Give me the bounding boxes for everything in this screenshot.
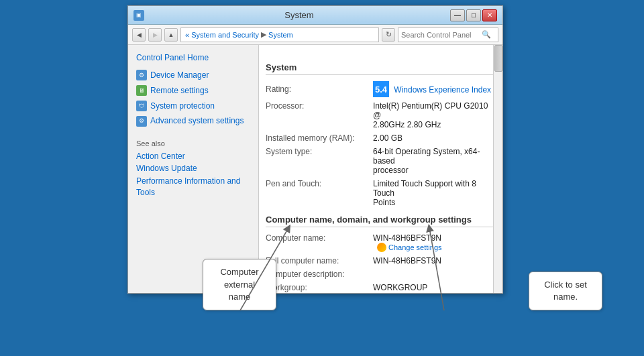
search-input[interactable] <box>401 31 482 39</box>
advanced-system-icon: ⚙ <box>136 116 147 127</box>
action-center-link[interactable]: Action Center <box>128 150 258 162</box>
up-button[interactable]: ▲ <box>164 28 178 42</box>
full-computer-name-label: Full computer name: <box>266 256 373 265</box>
workgroup-value: WORKGROUP <box>373 283 496 292</box>
change-settings-link[interactable]: Change settings <box>377 243 496 252</box>
system-section-title: System <box>266 62 496 75</box>
rating-label: Rating: <box>266 84 373 94</box>
minimize-button[interactable]: — <box>450 9 465 21</box>
forward-button[interactable]: ▶ <box>148 28 162 42</box>
system-type-value: 64-bit Operating System, x64-based proce… <box>373 147 496 175</box>
sidebar-item-label-advanced: Advanced system settings <box>150 115 244 127</box>
change-settings-icon <box>377 243 386 252</box>
computer-name-label: Computer name: <box>266 233 373 243</box>
callout-click-to-set-name: Click to set name. <box>529 272 602 310</box>
pen-touch-row: Pen and Touch: Limited Touch Support wit… <box>266 177 496 209</box>
maximize-button[interactable]: □ <box>466 9 481 21</box>
sidebar-item-device-manager[interactable]: ⚙ Device Manager <box>128 68 258 83</box>
close-button[interactable]: ✕ <box>482 9 497 21</box>
ram-value: 2.00 GB <box>373 133 496 143</box>
scroll-thumb[interactable] <box>494 45 502 72</box>
computer-desc-label: Computer description: <box>266 270 373 279</box>
scroll-track[interactable] <box>493 45 502 293</box>
sidebar-item-system-protection[interactable]: 🛡 System protection <box>128 99 258 114</box>
ram-row: Installed memory (RAM): 2.00 GB <box>266 131 496 145</box>
sidebar-item-advanced-system[interactable]: ⚙ Advanced system settings <box>128 113 258 129</box>
sidebar-item-label-device: Device Manager <box>150 70 209 81</box>
system-window: ▣ System — □ ✕ ◀ ▶ ▲ « System and Securi… <box>127 5 503 294</box>
content-area: System Rating: 5.4 Windows Experience In… <box>259 45 502 293</box>
back-button[interactable]: ◀ <box>132 28 146 42</box>
pen-touch-value: Limited Touch Support with 8 Touch Point… <box>373 179 496 207</box>
callout-right-text: Click to set name. <box>544 280 587 302</box>
windows-update-link[interactable]: Windows Update <box>128 162 258 174</box>
breadcrumb-system-security[interactable]: « System and Security <box>185 31 259 39</box>
computer-desc-row: Computer description: <box>266 268 496 281</box>
sidebar-item-label-protect: System protection <box>150 101 215 112</box>
refresh-button[interactable]: ↻ <box>382 28 395 42</box>
sidebar-home[interactable]: Control Panel Home <box>128 50 258 68</box>
perf-info-link[interactable]: Performance Information and Tools <box>128 174 258 200</box>
workgroup-row: Workgroup: WORKGROUP <box>266 281 496 293</box>
main-layout: Control Panel Home ⚙ Device Manager 🖥 Re… <box>128 45 502 293</box>
sidebar: Control Panel Home ⚙ Device Manager 🖥 Re… <box>128 45 259 293</box>
full-computer-name-value: WIN-48H6BFST9N <box>373 256 496 265</box>
breadcrumb-system[interactable]: System <box>268 31 293 39</box>
callout-computer-external-name: Computer external name <box>203 259 276 310</box>
system-type-label: System type: <box>266 147 373 156</box>
address-path[interactable]: « System and Security ▶ System <box>180 27 379 42</box>
breadcrumb-sep: ▶ <box>261 30 266 39</box>
window-title: System <box>148 10 450 20</box>
computer-name-row: Computer name: WIN-48H6BFST9N Change set… <box>266 231 496 254</box>
search-icon: 🔍 <box>482 30 491 39</box>
full-computer-name-row: Full computer name: WIN-48H6BFST9N <box>266 254 496 268</box>
ram-label: Installed memory (RAM): <box>266 133 373 143</box>
callout-left-text: Computer external name <box>220 267 258 301</box>
search-box[interactable]: 🔍 <box>398 27 498 42</box>
pen-touch-label: Pen and Touch: <box>266 179 373 188</box>
remote-settings-icon: 🖥 <box>136 85 147 96</box>
computer-section-title: Computer name, domain, and workgroup set… <box>266 215 496 227</box>
sidebar-item-remote-settings[interactable]: 🖥 Remote settings <box>128 83 258 99</box>
rating-value-area: 5.4 Windows Experience Index <box>373 81 496 97</box>
rating-badge: 5.4 <box>373 81 389 97</box>
rating-row: Rating: 5.4 Windows Experience Index <box>266 79 496 99</box>
sidebar-item-label-remote: Remote settings <box>150 85 209 97</box>
system-type-row: System type: 64-bit Operating System, x6… <box>266 145 496 177</box>
processor-value: Intel(R) Pentium(R) CPU G2010 @ 2.80GHz … <box>373 101 496 129</box>
address-bar: ◀ ▶ ▲ « System and Security ▶ System ↻ 🔍 <box>128 25 502 45</box>
system-protection-icon: 🛡 <box>136 101 147 111</box>
wie-link[interactable]: Windows Experience Index <box>394 85 491 95</box>
title-bar: ▣ System — □ ✕ <box>128 6 502 25</box>
computer-name-value: WIN-48H6BFST9N Change settings <box>373 233 496 252</box>
window-controls: — □ ✕ <box>450 9 497 21</box>
window-icon: ▣ <box>133 10 144 21</box>
workgroup-label: Workgroup: <box>266 283 373 292</box>
processor-row: Processor: Intel(R) Pentium(R) CPU G2010… <box>266 99 496 131</box>
see-also-label: See also <box>128 137 258 150</box>
processor-label: Processor: <box>266 101 373 111</box>
device-manager-icon: ⚙ <box>136 70 147 80</box>
